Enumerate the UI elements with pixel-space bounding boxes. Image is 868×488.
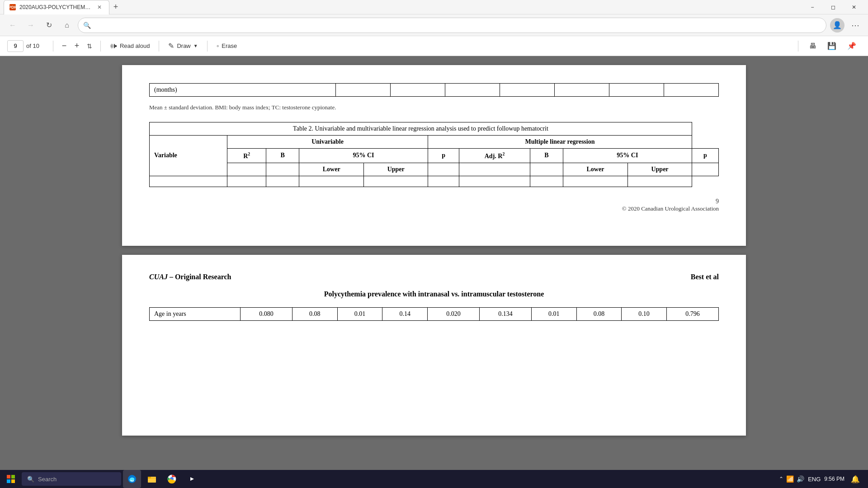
zoom-out-button[interactable]: − bbox=[58, 40, 71, 52]
taskbar-edge-app[interactable] bbox=[123, 470, 141, 488]
table2-lower2: Lower bbox=[563, 163, 627, 176]
media-icon bbox=[187, 474, 196, 483]
fit-page-button[interactable]: ⇅ bbox=[83, 40, 96, 52]
tab-area: PDF 2020AUG3-POLYCYTHEMIA-IN-V ✕ + bbox=[4, 0, 802, 14]
table2-empty-row-col7 bbox=[459, 176, 530, 187]
erase-label: Erase bbox=[222, 42, 237, 49]
taskbar-search-bar[interactable]: 🔍 Search bbox=[22, 472, 121, 486]
table2-col-multiple: Multiple linear regression bbox=[428, 136, 692, 149]
paper-type: Original Research bbox=[175, 273, 231, 281]
table2-upper2: Upper bbox=[628, 163, 692, 176]
cell-variable-age: Age in years bbox=[150, 308, 241, 321]
table2-r2-empty bbox=[227, 163, 266, 176]
network-icon[interactable]: 📶 bbox=[786, 475, 794, 483]
table2-p2: p bbox=[692, 149, 718, 163]
refresh-button[interactable]: ↻ bbox=[42, 18, 56, 33]
notification-button[interactable]: 🔔 bbox=[848, 472, 863, 486]
partial-table-top: (months) bbox=[149, 83, 719, 97]
pdf-content-area[interactable]: (months) Mean ± standard deviation. BMI:… bbox=[0, 56, 868, 470]
system-tray-icons: ⌃ 📶 🔊 bbox=[779, 475, 804, 483]
table-top-cell-1 bbox=[336, 84, 391, 97]
minimize-button[interactable]: − bbox=[802, 0, 823, 14]
restore-button[interactable]: ◻ bbox=[823, 0, 844, 14]
cell-b-age: 0.08 bbox=[292, 308, 337, 321]
address-input[interactable] bbox=[78, 18, 826, 33]
save-button[interactable]: 💾 bbox=[823, 40, 841, 52]
title-bar: PDF 2020AUG3-POLYCYTHEMIA-IN-V ✕ + − ◻ ✕ bbox=[0, 0, 868, 14]
table2-col-variable: Variable bbox=[150, 136, 227, 176]
table2-p: p bbox=[428, 149, 459, 163]
table2-95ci: 95% CI bbox=[299, 149, 428, 163]
pdf-toolbar: 9 of 10 − + ⇅ 🕪 Read aloud ✎ Draw ▼ ◦ Er… bbox=[0, 36, 868, 56]
volume-icon[interactable]: 🔊 bbox=[797, 475, 804, 483]
table-top-cell-3 bbox=[445, 84, 500, 97]
taskbar-search-icon: 🔍 bbox=[27, 476, 34, 483]
svg-rect-2 bbox=[7, 479, 10, 483]
file-explorer-icon bbox=[147, 474, 156, 483]
home-button[interactable]: ⌂ bbox=[60, 18, 74, 33]
system-clock[interactable]: 9:56 PM bbox=[824, 476, 844, 482]
tab-close-button[interactable]: ✕ bbox=[95, 3, 104, 11]
taskbar-chrome-app[interactable] bbox=[163, 470, 181, 488]
page-navigation: 9 of 10 bbox=[7, 40, 39, 52]
draw-chevron-icon[interactable]: ▼ bbox=[193, 43, 198, 48]
table-top-cell-5 bbox=[555, 84, 609, 97]
table2-empty-row-col6 bbox=[428, 176, 459, 187]
cell-lower-age: 0.01 bbox=[337, 308, 382, 321]
cell-p2-age: 0.796 bbox=[666, 308, 718, 321]
pin-icon: 📌 bbox=[847, 42, 856, 50]
paper-subtitle: Polycythemia prevalence with intranasal … bbox=[149, 290, 719, 298]
paper-header: CUAJ – Original Research Best et al bbox=[149, 273, 719, 281]
clock-time: 9:56 PM bbox=[824, 476, 844, 482]
cell-b2-age: 0.01 bbox=[531, 308, 576, 321]
taskbar-file-explorer-app[interactable] bbox=[143, 470, 161, 488]
save-icon: 💾 bbox=[827, 42, 836, 50]
table2-adj-empty bbox=[459, 163, 530, 176]
erase-button[interactable]: ◦ Erase bbox=[212, 40, 242, 52]
start-button[interactable] bbox=[2, 470, 20, 488]
print-button[interactable]: 🖶 bbox=[805, 40, 821, 52]
table2-empty-row-col5 bbox=[364, 176, 428, 187]
new-tab-button[interactable]: + bbox=[109, 1, 122, 14]
table-top-cell-4 bbox=[500, 84, 555, 97]
page-number-input[interactable]: 9 bbox=[7, 40, 24, 52]
address-bar: ← → ↻ ⌂ 🔍 👤 ⋯ bbox=[0, 14, 868, 36]
table2-empty-row-col9 bbox=[563, 176, 627, 187]
authors-right: Best et al bbox=[691, 273, 719, 281]
chevron-up-icon[interactable]: ⌃ bbox=[779, 476, 783, 482]
table-top-cell-6 bbox=[609, 84, 664, 97]
back-button[interactable]: ← bbox=[5, 18, 20, 33]
forward-button[interactable]: → bbox=[24, 18, 38, 33]
journal-name: CUAJ bbox=[149, 273, 168, 281]
more-options-button[interactable]: ⋯ bbox=[848, 18, 863, 33]
tab-title: 2020AUG3-POLYCYTHEMIA-IN-V bbox=[19, 4, 92, 10]
close-button[interactable]: ✕ bbox=[844, 0, 864, 14]
pin-button[interactable]: 📌 bbox=[843, 40, 861, 52]
taskbar-media-app[interactable] bbox=[183, 470, 201, 488]
copyright-text: © 2020 Canadian Urological Association bbox=[149, 205, 719, 212]
table2-b2-empty bbox=[530, 163, 563, 176]
address-input-wrapper: 🔍 bbox=[78, 18, 826, 33]
table2-b-empty bbox=[266, 163, 299, 176]
table2-p-empty bbox=[428, 163, 459, 176]
zoom-in-button[interactable]: + bbox=[71, 40, 83, 52]
journal-dash: – bbox=[168, 273, 175, 281]
pdf-tab-icon: PDF bbox=[9, 4, 16, 10]
browser-tab[interactable]: PDF 2020AUG3-POLYCYTHEMIA-IN-V ✕ bbox=[4, 0, 109, 14]
taskbar-search-label: Search bbox=[38, 476, 57, 483]
pdf-page-9: (months) Mean ± standard deviation. BMI:… bbox=[122, 65, 746, 246]
read-aloud-button[interactable]: 🕪 Read aloud bbox=[105, 40, 155, 52]
read-aloud-label: Read aloud bbox=[120, 42, 150, 49]
table-footnote: Mean ± standard deviation. BMI: body mas… bbox=[149, 104, 719, 111]
svg-rect-3 bbox=[11, 479, 15, 483]
edge-icon bbox=[127, 474, 137, 483]
table-top-cell-2 bbox=[391, 84, 445, 97]
profile-button[interactable]: 👤 bbox=[830, 18, 844, 33]
language-indicator: ENG bbox=[808, 476, 821, 483]
svg-rect-6 bbox=[148, 477, 151, 479]
cell-r2-age: 0.080 bbox=[241, 308, 292, 321]
table-row-age: Age in years 0.080 0.08 0.01 0.14 0.020 … bbox=[150, 308, 719, 321]
table2-upper: Upper bbox=[364, 163, 428, 176]
cell-upper2-age: 0.10 bbox=[622, 308, 667, 321]
draw-button[interactable]: ✎ Draw ▼ bbox=[164, 40, 202, 52]
